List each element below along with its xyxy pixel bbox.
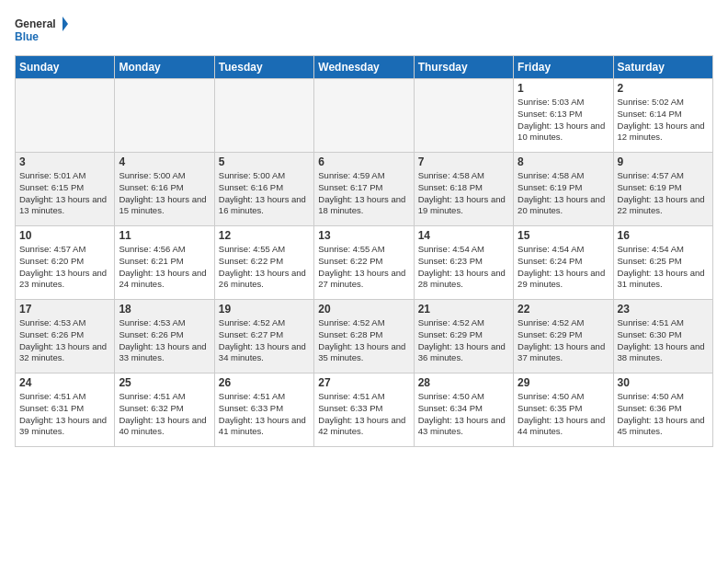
day-info: Sunrise: 4:51 AMSunset: 6:32 PMDaylight:… (119, 391, 210, 438)
day-number: 19 (219, 303, 310, 316)
day-number: 30 (618, 376, 709, 389)
day-info: Sunrise: 5:00 AMSunset: 6:16 PMDaylight:… (119, 170, 210, 217)
day-number: 23 (618, 303, 709, 316)
day-number: 18 (119, 303, 210, 316)
calendar-cell: 13Sunrise: 4:55 AMSunset: 6:22 PMDayligh… (314, 226, 414, 300)
day-info: Sunrise: 4:50 AMSunset: 6:36 PMDaylight:… (618, 391, 709, 438)
logo-svg: General Blue (15, 15, 70, 48)
day-number: 9 (618, 155, 709, 168)
day-info: Sunrise: 4:53 AMSunset: 6:26 PMDaylight:… (19, 317, 110, 364)
header-row: SundayMondayTuesdayWednesdayThursdayFrid… (16, 56, 713, 79)
day-info: Sunrise: 4:57 AMSunset: 6:19 PMDaylight:… (618, 170, 709, 217)
day-info: Sunrise: 4:58 AMSunset: 6:19 PMDaylight:… (518, 170, 609, 217)
calendar-cell: 18Sunrise: 4:53 AMSunset: 6:26 PMDayligh… (115, 300, 214, 373)
day-info: Sunrise: 4:52 AMSunset: 6:28 PMDaylight:… (318, 317, 409, 364)
day-number: 17 (19, 303, 110, 316)
day-number: 7 (418, 155, 509, 168)
calendar-cell: 23Sunrise: 4:51 AMSunset: 6:30 PMDayligh… (613, 300, 712, 373)
day-info: Sunrise: 4:52 AMSunset: 6:27 PMDaylight:… (219, 317, 310, 364)
calendar-cell: 4Sunrise: 5:00 AMSunset: 6:16 PMDaylight… (115, 153, 214, 226)
calendar-cell: 25Sunrise: 4:51 AMSunset: 6:32 PMDayligh… (115, 373, 214, 447)
calendar-cell: 14Sunrise: 4:54 AMSunset: 6:23 PMDayligh… (414, 226, 513, 300)
calendar-cell: 3Sunrise: 5:01 AMSunset: 6:15 PMDaylight… (16, 153, 115, 226)
day-info: Sunrise: 4:57 AMSunset: 6:20 PMDaylight:… (19, 244, 110, 291)
calendar-cell (414, 79, 513, 153)
day-header-sunday: Sunday (16, 56, 115, 79)
day-number: 16 (618, 229, 709, 242)
day-number: 22 (518, 303, 609, 316)
calendar-cell: 5Sunrise: 5:00 AMSunset: 6:16 PMDaylight… (214, 153, 313, 226)
day-number: 29 (518, 376, 609, 389)
week-row-3: 10Sunrise: 4:57 AMSunset: 6:20 PMDayligh… (16, 226, 713, 300)
day-info: Sunrise: 5:03 AMSunset: 6:13 PMDaylight:… (518, 97, 609, 144)
calendar-cell: 11Sunrise: 4:56 AMSunset: 6:21 PMDayligh… (115, 226, 214, 300)
calendar-cell (115, 79, 214, 153)
day-info: Sunrise: 4:52 AMSunset: 6:29 PMDaylight:… (518, 317, 609, 364)
calendar-cell: 16Sunrise: 4:54 AMSunset: 6:25 PMDayligh… (613, 226, 712, 300)
day-info: Sunrise: 4:55 AMSunset: 6:22 PMDaylight:… (219, 244, 310, 291)
calendar-cell: 8Sunrise: 4:58 AMSunset: 6:19 PMDaylight… (514, 153, 613, 226)
svg-text:General: General (15, 17, 56, 30)
day-info: Sunrise: 4:59 AMSunset: 6:17 PMDaylight:… (318, 170, 409, 217)
calendar-cell: 2Sunrise: 5:02 AMSunset: 6:14 PMDaylight… (613, 79, 712, 153)
calendar-cell: 30Sunrise: 4:50 AMSunset: 6:36 PMDayligh… (613, 373, 712, 447)
week-row-5: 24Sunrise: 4:51 AMSunset: 6:31 PMDayligh… (16, 373, 713, 447)
calendar-cell: 22Sunrise: 4:52 AMSunset: 6:29 PMDayligh… (514, 300, 613, 373)
calendar-cell: 12Sunrise: 4:55 AMSunset: 6:22 PMDayligh… (214, 226, 313, 300)
week-row-4: 17Sunrise: 4:53 AMSunset: 6:26 PMDayligh… (16, 300, 713, 373)
svg-marker-2 (63, 17, 68, 31)
calendar-cell: 17Sunrise: 4:53 AMSunset: 6:26 PMDayligh… (16, 300, 115, 373)
day-info: Sunrise: 4:56 AMSunset: 6:21 PMDaylight:… (119, 244, 210, 291)
day-info: Sunrise: 4:54 AMSunset: 6:25 PMDaylight:… (618, 244, 709, 291)
calendar-cell: 28Sunrise: 4:50 AMSunset: 6:34 PMDayligh… (414, 373, 513, 447)
week-row-2: 3Sunrise: 5:01 AMSunset: 6:15 PMDaylight… (16, 153, 713, 226)
calendar-cell: 19Sunrise: 4:52 AMSunset: 6:27 PMDayligh… (214, 300, 313, 373)
day-info: Sunrise: 4:50 AMSunset: 6:34 PMDaylight:… (418, 391, 509, 438)
day-number: 8 (518, 155, 609, 168)
calendar-cell: 9Sunrise: 4:57 AMSunset: 6:19 PMDaylight… (613, 153, 712, 226)
day-number: 20 (318, 303, 409, 316)
calendar-cell: 6Sunrise: 4:59 AMSunset: 6:17 PMDaylight… (314, 153, 414, 226)
day-info: Sunrise: 5:00 AMSunset: 6:16 PMDaylight:… (219, 170, 310, 217)
calendar-cell: 21Sunrise: 4:52 AMSunset: 6:29 PMDayligh… (414, 300, 513, 373)
day-header-friday: Friday (514, 56, 613, 79)
day-header-tuesday: Tuesday (214, 56, 313, 79)
day-number: 11 (119, 229, 210, 242)
day-number: 28 (418, 376, 509, 389)
day-info: Sunrise: 4:51 AMSunset: 6:31 PMDaylight:… (19, 391, 110, 438)
day-header-saturday: Saturday (613, 56, 712, 79)
day-info: Sunrise: 4:51 AMSunset: 6:33 PMDaylight:… (219, 391, 310, 438)
calendar-cell: 1Sunrise: 5:03 AMSunset: 6:13 PMDaylight… (514, 79, 613, 153)
week-row-1: 1Sunrise: 5:03 AMSunset: 6:13 PMDaylight… (16, 79, 713, 153)
day-number: 24 (19, 376, 110, 389)
day-info: Sunrise: 4:54 AMSunset: 6:23 PMDaylight:… (418, 244, 509, 291)
day-number: 21 (418, 303, 509, 316)
calendar-cell: 27Sunrise: 4:51 AMSunset: 6:33 PMDayligh… (314, 373, 414, 447)
day-number: 27 (318, 376, 409, 389)
day-number: 12 (219, 229, 310, 242)
day-number: 3 (19, 155, 110, 168)
day-info: Sunrise: 4:52 AMSunset: 6:29 PMDaylight:… (418, 317, 509, 364)
day-header-wednesday: Wednesday (314, 56, 414, 79)
calendar-table: SundayMondayTuesdayWednesdayThursdayFrid… (15, 55, 713, 447)
calendar-cell: 15Sunrise: 4:54 AMSunset: 6:24 PMDayligh… (514, 226, 613, 300)
day-number: 2 (618, 82, 709, 95)
calendar-cell: 24Sunrise: 4:51 AMSunset: 6:31 PMDayligh… (16, 373, 115, 447)
day-info: Sunrise: 5:01 AMSunset: 6:15 PMDaylight:… (19, 170, 110, 217)
day-number: 6 (318, 155, 409, 168)
svg-text:Blue: Blue (15, 30, 39, 43)
calendar-cell: 29Sunrise: 4:50 AMSunset: 6:35 PMDayligh… (514, 373, 613, 447)
day-info: Sunrise: 4:58 AMSunset: 6:18 PMDaylight:… (418, 170, 509, 217)
day-number: 25 (119, 376, 210, 389)
calendar-cell: 7Sunrise: 4:58 AMSunset: 6:18 PMDaylight… (414, 153, 513, 226)
day-info: Sunrise: 4:53 AMSunset: 6:26 PMDaylight:… (119, 317, 210, 364)
calendar-cell (314, 79, 414, 153)
day-number: 5 (219, 155, 310, 168)
calendar-cell: 26Sunrise: 4:51 AMSunset: 6:33 PMDayligh… (214, 373, 313, 447)
day-number: 14 (418, 229, 509, 242)
calendar-cell (16, 79, 115, 153)
day-info: Sunrise: 4:51 AMSunset: 6:33 PMDaylight:… (318, 391, 409, 438)
day-number: 15 (518, 229, 609, 242)
day-number: 4 (119, 155, 210, 168)
day-info: Sunrise: 4:54 AMSunset: 6:24 PMDaylight:… (518, 244, 609, 291)
